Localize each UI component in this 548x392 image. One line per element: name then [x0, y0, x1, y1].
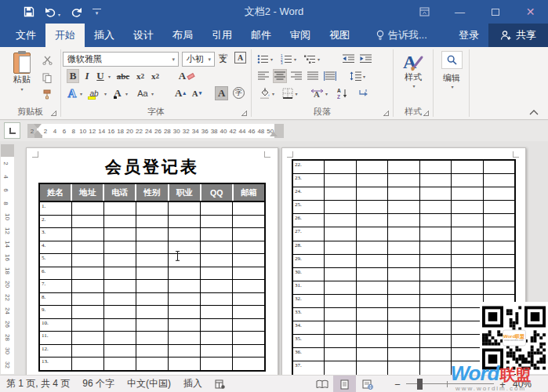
- table-cell[interactable]: [388, 335, 419, 347]
- page-indicator[interactable]: 第 1 页, 共 4 页: [6, 377, 70, 390]
- table-cell[interactable]: [201, 306, 232, 318]
- table-cell[interactable]: [325, 187, 355, 200]
- table-cell[interactable]: 22.: [293, 161, 324, 173]
- line-spacing-button[interactable]: ▾: [347, 69, 368, 83]
- table-cell[interactable]: [136, 358, 168, 370]
- strikethrough-button[interactable]: abc: [114, 69, 132, 83]
- table-cell[interactable]: [72, 228, 103, 241]
- table-cell[interactable]: [169, 332, 200, 344]
- table-cell[interactable]: [452, 201, 482, 213]
- table-cell[interactable]: [452, 321, 482, 334]
- table-cell[interactable]: [357, 255, 387, 267]
- borders-dropdown-icon[interactable]: ▾: [295, 91, 297, 96]
- table-cell[interactable]: [357, 161, 387, 173]
- table-cell[interactable]: [104, 306, 136, 318]
- table-cell[interactable]: [201, 202, 232, 215]
- shading-dropdown-icon[interactable]: ▾: [272, 91, 274, 96]
- subscript-button[interactable]: x2: [134, 69, 147, 83]
- table-cell[interactable]: [325, 321, 355, 334]
- table-cell[interactable]: [169, 228, 200, 241]
- table-cell[interactable]: [357, 241, 387, 254]
- table-cell[interactable]: [169, 216, 200, 228]
- increase-indent-button[interactable]: [358, 52, 372, 66]
- table-cell[interactable]: [420, 214, 451, 227]
- table-cell[interactable]: 28.: [293, 241, 324, 254]
- format-painter-button[interactable]: [39, 87, 55, 101]
- table-cell[interactable]: [484, 187, 514, 200]
- table-cell[interactable]: [136, 332, 168, 344]
- table-cell[interactable]: 3.: [40, 228, 71, 241]
- table-cell[interactable]: [233, 319, 264, 332]
- tab-review[interactable]: 审阅: [281, 24, 320, 47]
- table-cell[interactable]: 8.: [40, 293, 71, 306]
- collapse-ribbon-button[interactable]: [529, 110, 539, 115]
- table-cell[interactable]: [357, 174, 387, 187]
- table-cell[interactable]: [420, 308, 451, 321]
- table-cell[interactable]: 27.: [293, 227, 324, 240]
- table-cell[interactable]: [357, 227, 387, 240]
- table-cell[interactable]: [388, 174, 419, 187]
- text-effects-button[interactable]: A: [67, 86, 78, 100]
- table-cell[interactable]: 26.: [293, 214, 324, 227]
- table-cell[interactable]: [104, 216, 136, 228]
- table-cell[interactable]: [452, 281, 482, 294]
- right-indent-marker[interactable]: [270, 132, 278, 136]
- table-cell[interactable]: [357, 201, 387, 213]
- table-cell[interactable]: [169, 293, 200, 306]
- table-cell[interactable]: 32.: [293, 295, 324, 307]
- print-layout-button[interactable]: [333, 376, 356, 392]
- editing-dropdown-icon[interactable]: ▾: [451, 84, 453, 89]
- table-cell[interactable]: [420, 201, 451, 213]
- table-cell[interactable]: [420, 268, 451, 281]
- table-cell[interactable]: 13.: [40, 358, 71, 370]
- table-cell[interactable]: [104, 241, 136, 254]
- cut-button[interactable]: [39, 53, 55, 67]
- superscript-button[interactable]: x2: [149, 69, 161, 83]
- table-cell[interactable]: [233, 241, 264, 254]
- font-color-button[interactable]: A: [111, 86, 124, 100]
- table-cell[interactable]: [388, 348, 419, 361]
- tab-stop-selector[interactable]: [4, 122, 20, 139]
- table-cell[interactable]: [201, 228, 232, 241]
- table-cell[interactable]: [104, 319, 136, 332]
- table-cell[interactable]: [452, 161, 482, 173]
- table-cell[interactable]: 7.: [40, 280, 71, 292]
- table-cell[interactable]: 1.: [40, 202, 71, 215]
- left-indent-marker[interactable]: [34, 135, 42, 138]
- underline-button[interactable]: U: [95, 69, 106, 83]
- table-cell[interactable]: [388, 321, 419, 334]
- table-cell[interactable]: [72, 345, 103, 358]
- table-cell[interactable]: [104, 267, 136, 280]
- shading-button[interactable]: ▾: [256, 86, 277, 100]
- chevron-down-icon[interactable]: ▾: [169, 56, 178, 63]
- phonetic-guide-button[interactable]: wén 文: [219, 53, 227, 62]
- table-cell[interactable]: [388, 295, 419, 307]
- table-cell[interactable]: 31.: [293, 281, 324, 294]
- table-cell[interactable]: [169, 306, 200, 318]
- minimize-button[interactable]: —: [442, 0, 477, 24]
- table-cell[interactable]: [104, 280, 136, 292]
- font-size-combobox[interactable]: 小初▾: [182, 52, 215, 67]
- table-cell[interactable]: 30.: [293, 268, 324, 281]
- table-cell[interactable]: [104, 345, 136, 358]
- table-cell[interactable]: [388, 268, 419, 281]
- table-cell[interactable]: [357, 308, 387, 321]
- table-cell[interactable]: [484, 227, 514, 240]
- table-cell[interactable]: 24.: [293, 187, 324, 200]
- table-cell[interactable]: [484, 281, 514, 294]
- table-cell[interactable]: [136, 228, 168, 241]
- table-cell[interactable]: 35.: [293, 335, 324, 347]
- paste-dropdown-icon[interactable]: ▾: [20, 86, 23, 92]
- table-cell[interactable]: [233, 228, 264, 241]
- character-border-button[interactable]: A: [234, 52, 246, 64]
- bold-button[interactable]: B: [67, 69, 79, 83]
- table-cell[interactable]: [388, 161, 419, 173]
- table-cell[interactable]: [104, 358, 136, 370]
- table-cell[interactable]: [357, 187, 387, 200]
- table-cell[interactable]: [201, 254, 232, 267]
- table-cell[interactable]: [72, 216, 103, 228]
- table-header-cell[interactable]: QQ: [201, 184, 232, 201]
- enclose-characters-button[interactable]: 字: [233, 87, 245, 99]
- macro-record-button[interactable]: [215, 379, 225, 389]
- table-cell[interactable]: [233, 332, 264, 344]
